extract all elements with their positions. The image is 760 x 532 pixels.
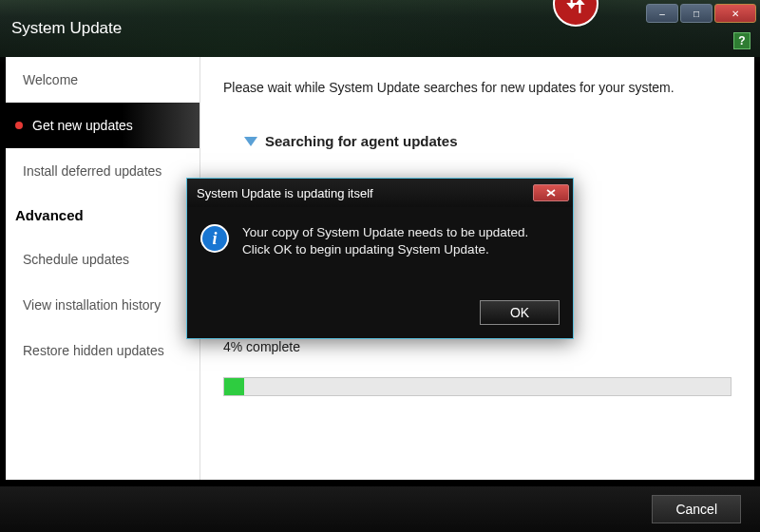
sidebar-item-install-deferred[interactable]: Install deferred updates: [6, 148, 200, 194]
sidebar-item-label: Restore hidden updates: [23, 343, 164, 358]
ok-button[interactable]: OK: [480, 300, 560, 325]
dialog-titlebar[interactable]: System Update is updating itself: [187, 179, 573, 207]
status-line: Searching for agent updates: [244, 133, 732, 149]
brand-badge: [553, 0, 598, 27]
app-window: System Update – □ ✕ ? Welcome Get new up…: [0, 0, 760, 532]
titlebar: System Update – □ ✕ ?: [0, 0, 760, 57]
update-arrows-icon: [563, 0, 588, 16]
dialog-message: Your copy of System Update needs to be u…: [242, 224, 560, 281]
sidebar-item-label: Install deferred updates: [23, 163, 162, 179]
hourglass-icon: [244, 137, 257, 146]
progress-bar: [223, 377, 732, 396]
progress-label: 4% complete: [223, 339, 732, 354]
sidebar-item-label: Welcome: [23, 72, 78, 87]
footer: Cancel: [0, 486, 760, 532]
sidebar-item-label: View installation history: [23, 297, 161, 313]
status-text: Searching for agent updates: [265, 133, 458, 149]
maximize-button[interactable]: □: [680, 4, 712, 23]
sidebar-item-get-new-updates[interactable]: Get new updates: [6, 103, 200, 148]
progress-fill: [224, 378, 244, 395]
close-icon: [546, 189, 556, 197]
sidebar: Welcome Get new updates Install deferred…: [6, 57, 200, 480]
window-controls: – □ ✕: [646, 0, 760, 23]
close-button[interactable]: ✕: [714, 4, 756, 23]
dialog-title: System Update is updating itself: [197, 186, 373, 200]
dialog-body: i Your copy of System Update needs to be…: [187, 207, 573, 293]
sidebar-item-label: Get new updates: [32, 118, 133, 133]
minimize-button[interactable]: –: [646, 4, 678, 23]
help-button[interactable]: ?: [733, 32, 750, 49]
sidebar-item-welcome[interactable]: Welcome: [6, 57, 200, 103]
app-title: System Update: [11, 19, 122, 38]
dialog-close-button[interactable]: [533, 184, 569, 201]
sidebar-section-advanced: Advanced: [6, 194, 200, 237]
sidebar-item-view-history[interactable]: View installation history: [6, 282, 200, 328]
cancel-button[interactable]: Cancel: [652, 495, 741, 523]
sidebar-item-label: Schedule updates: [23, 252, 129, 267]
dialog-footer: OK: [187, 293, 573, 338]
self-update-dialog: System Update is updating itself i Your …: [186, 178, 574, 339]
sidebar-item-schedule-updates[interactable]: Schedule updates: [6, 237, 200, 282]
sidebar-item-restore-hidden[interactable]: Restore hidden updates: [6, 328, 200, 373]
intro-text: Please wait while System Update searches…: [223, 80, 732, 95]
info-icon: i: [200, 224, 229, 253]
